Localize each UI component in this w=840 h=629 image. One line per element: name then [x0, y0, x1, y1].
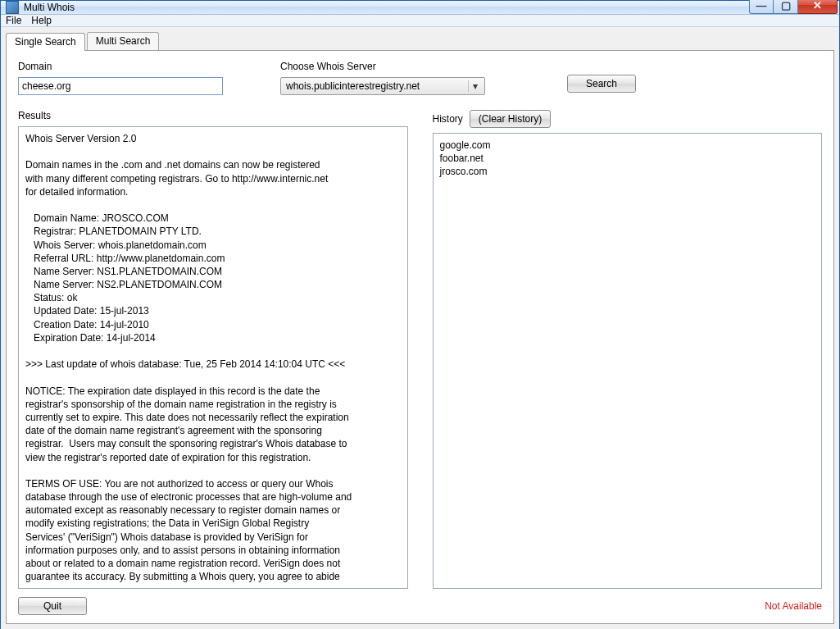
- server-field-group: Choose Whois Server whois.publicinterest…: [280, 61, 485, 95]
- minimize-button[interactable]: —: [749, 0, 774, 14]
- domain-field-group: Domain: [18, 61, 223, 95]
- menubar: File Help: [1, 15, 839, 27]
- tabstrip: Single Search Multi Search: [6, 30, 834, 50]
- list-item[interactable]: foobar.net: [440, 152, 815, 165]
- search-button[interactable]: Search: [567, 75, 636, 93]
- domain-input[interactable]: [18, 77, 223, 95]
- history-header: History (Clear History): [433, 110, 823, 128]
- history-label: History: [433, 113, 463, 125]
- quit-button[interactable]: Quit: [18, 597, 87, 615]
- search-button-wrap: Search: [567, 61, 636, 95]
- status-text: Not Available: [765, 600, 822, 612]
- results-header: Results: [18, 110, 408, 121]
- titlebar: Multi Whois — ▢ ✕: [1, 1, 839, 15]
- tab-single-search[interactable]: Single Search: [6, 33, 85, 51]
- server-label: Choose Whois Server: [280, 61, 485, 72]
- window-title: Multi Whois: [24, 2, 75, 13]
- domain-label: Domain: [18, 61, 223, 72]
- results-textbox[interactable]: Whois Server Version 2.0 Domain names in…: [18, 126, 408, 589]
- menu-file[interactable]: File: [6, 15, 21, 26]
- mid-row: Results Whois Server Version 2.0 Domain …: [18, 110, 822, 589]
- history-column: History (Clear History) google.com fooba…: [433, 110, 823, 589]
- window-controls: — ▢ ✕: [749, 0, 838, 14]
- results-column: Results Whois Server Version 2.0 Domain …: [18, 110, 408, 589]
- server-selected-value: whois.publicinterestregistry.net: [286, 80, 468, 92]
- top-row: Domain Choose Whois Server whois.publici…: [18, 61, 822, 95]
- maximize-button[interactable]: ▢: [774, 0, 798, 14]
- menu-help[interactable]: Help: [31, 15, 52, 26]
- client-area: Single Search Multi Search Domain Choose…: [1, 27, 839, 629]
- app-icon: [6, 1, 19, 14]
- list-item[interactable]: google.com: [440, 139, 815, 152]
- tab-multi-search[interactable]: Multi Search: [87, 32, 160, 50]
- close-button[interactable]: ✕: [798, 0, 838, 14]
- server-combobox[interactable]: whois.publicinterestregistry.net ▾: [280, 77, 485, 95]
- results-label: Results: [18, 110, 51, 121]
- history-listbox[interactable]: google.com foobar.net jrosco.com: [433, 133, 823, 589]
- list-item[interactable]: jrosco.com: [440, 165, 815, 178]
- bottom-row: Quit Not Available: [18, 597, 822, 615]
- chevron-down-icon: ▾: [468, 80, 481, 92]
- clear-history-button[interactable]: (Clear History): [470, 110, 551, 128]
- tabpage-single-search: Domain Choose Whois Server whois.publici…: [6, 50, 834, 624]
- app-window: Multi Whois — ▢ ✕ File Help Single Searc…: [0, 0, 840, 629]
